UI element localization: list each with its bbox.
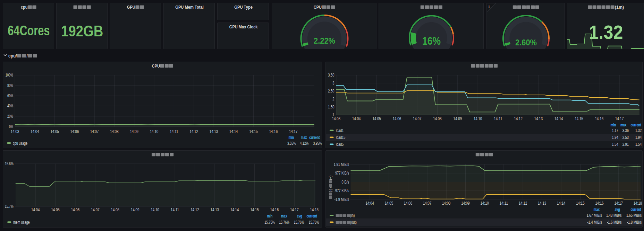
svg-text:14:07: 14:07 xyxy=(90,129,99,134)
svg-text:14:16: 14:16 xyxy=(269,129,278,134)
svg-text:current: current xyxy=(630,207,641,212)
svg-text:current: current xyxy=(630,123,641,127)
svg-text:max: max xyxy=(594,207,600,212)
svg-text:14:15: 14:15 xyxy=(576,201,584,206)
svg-text:14:13: 14:13 xyxy=(211,207,219,212)
svg-text:15.7%: 15.7% xyxy=(5,204,14,209)
svg-text:14:11: 14:11 xyxy=(500,201,508,206)
svg-text:14:05: 14:05 xyxy=(51,207,59,212)
svg-text:14:07: 14:07 xyxy=(413,116,421,121)
svg-text:192GB: 192GB xyxy=(61,22,103,40)
svg-text:1.54: 1.54 xyxy=(635,142,642,147)
svg-text:80%: 80% xyxy=(7,83,13,88)
svg-text:14:18: 14:18 xyxy=(310,207,319,212)
svg-text:14:11: 14:11 xyxy=(170,129,178,134)
svg-text:14:06: 14:06 xyxy=(393,116,401,121)
svg-text:1.43 MiB/s: 1.43 MiB/s xyxy=(606,213,621,218)
svg-text:14:04: 14:04 xyxy=(31,129,39,134)
svg-text:14:04: 14:04 xyxy=(366,201,374,206)
svg-text:15.8%: 15.8% xyxy=(5,161,14,166)
svg-text:i: i xyxy=(489,5,490,8)
svg-text:1.50: 1.50 xyxy=(328,105,334,109)
svg-text:(+): (+) xyxy=(328,176,332,180)
svg-text:14:12: 14:12 xyxy=(519,201,527,206)
svg-text:1.65 MiB/s: 1.65 MiB/s xyxy=(626,213,642,218)
svg-text:min: min xyxy=(610,123,616,127)
svg-text:min: min xyxy=(288,135,294,140)
svg-text:3: 3 xyxy=(332,81,334,86)
svg-text:14:14: 14:14 xyxy=(557,201,565,206)
svg-text:14:17: 14:17 xyxy=(290,207,298,212)
svg-text:-977 KiB/s: -977 KiB/s xyxy=(334,188,349,193)
svg-text:load15: load15 xyxy=(336,135,345,140)
svg-text:1.67 MiB/s: 1.67 MiB/s xyxy=(586,213,602,218)
svg-text:14:16: 14:16 xyxy=(270,207,279,212)
svg-text:max: max xyxy=(301,135,307,140)
svg-text:14:09: 14:09 xyxy=(130,129,138,134)
svg-text:40%: 40% xyxy=(7,104,13,108)
svg-text:14:08: 14:08 xyxy=(110,129,118,134)
svg-text:1.91 MiB/s: 1.91 MiB/s xyxy=(334,162,349,167)
svg-text:1.32: 1.32 xyxy=(635,128,642,133)
svg-text:14:15: 14:15 xyxy=(250,207,259,212)
svg-text:14:03: 14:03 xyxy=(11,129,19,134)
svg-text:2.53: 2.53 xyxy=(622,135,629,140)
svg-text:1.32: 1.32 xyxy=(589,21,623,43)
svg-text:60%: 60% xyxy=(7,94,13,98)
svg-text:2.50: 2.50 xyxy=(328,89,334,94)
svg-text:3.55%: 3.55% xyxy=(287,141,296,146)
svg-text:14:10: 14:10 xyxy=(151,207,159,212)
svg-text:0 B/s: 0 B/s xyxy=(342,180,349,185)
svg-text:14:18: 14:18 xyxy=(634,201,642,206)
svg-text:14:05: 14:05 xyxy=(372,116,381,121)
svg-text:GPU Type: GPU Type xyxy=(234,5,253,10)
svg-text:1.17: 1.17 xyxy=(612,128,618,133)
svg-text:max: max xyxy=(620,123,627,127)
svg-text:/: / xyxy=(27,53,28,59)
svg-text:14:14: 14:14 xyxy=(229,129,238,134)
svg-text:14:11: 14:11 xyxy=(171,207,179,212)
svg-text:current: current xyxy=(309,135,320,140)
svg-text:-1.9 MiB/s: -1.9 MiB/s xyxy=(334,197,349,202)
svg-text:15.76%: 15.76% xyxy=(279,220,289,225)
svg-text:3.36: 3.36 xyxy=(622,128,629,133)
svg-text:2.22%: 2.22% xyxy=(314,36,335,45)
svg-text:GPU Mem Total: GPU Mem Total xyxy=(175,5,204,10)
svg-text:14:08: 14:08 xyxy=(433,116,441,121)
svg-text:14:10: 14:10 xyxy=(474,116,482,121)
svg-text:0%: 0% xyxy=(9,124,13,129)
svg-text:14:04: 14:04 xyxy=(31,207,40,212)
svg-text:14:08: 14:08 xyxy=(442,201,450,206)
svg-text:14:09: 14:09 xyxy=(131,207,139,212)
svg-text:14:12: 14:12 xyxy=(190,207,199,212)
svg-text:avg: avg xyxy=(297,214,302,219)
svg-text:14:06: 14:06 xyxy=(70,129,79,134)
svg-text:(in): (in) xyxy=(350,213,355,218)
svg-text:(out): (out) xyxy=(350,220,357,225)
svg-text:20%: 20% xyxy=(7,114,13,119)
svg-text:1: 1 xyxy=(332,112,334,117)
svg-text:(-) /: (-) / xyxy=(328,187,332,192)
svg-text:cpu: cpu xyxy=(21,5,28,10)
svg-text:-1.8 MiB/s: -1.8 MiB/s xyxy=(627,220,642,225)
svg-text:14:15: 14:15 xyxy=(249,129,257,134)
svg-text:14:13: 14:13 xyxy=(210,129,218,134)
svg-text:GPU: GPU xyxy=(127,5,135,10)
svg-text:-1.6 MiB/s: -1.6 MiB/s xyxy=(607,220,621,225)
svg-text:14:14: 14:14 xyxy=(230,207,239,212)
svg-text:15.75%: 15.75% xyxy=(264,220,275,225)
svg-text:14:09: 14:09 xyxy=(461,201,469,206)
svg-text:2: 2 xyxy=(332,97,334,101)
svg-text:14:16: 14:16 xyxy=(595,201,603,206)
svg-text:14:05: 14:05 xyxy=(385,201,393,206)
svg-text:14:13: 14:13 xyxy=(538,201,546,206)
svg-text:4.12%: 4.12% xyxy=(300,141,309,146)
svg-text:14:13: 14:13 xyxy=(534,116,543,121)
svg-text:14:06: 14:06 xyxy=(71,207,79,212)
svg-text:14:14: 14:14 xyxy=(554,116,563,121)
svg-text:1.94: 1.94 xyxy=(612,135,618,140)
svg-text:14:17: 14:17 xyxy=(615,201,623,206)
svg-text:14:07: 14:07 xyxy=(91,207,99,212)
svg-text:cpu usage: cpu usage xyxy=(13,141,27,146)
svg-text:14:05: 14:05 xyxy=(50,129,59,134)
